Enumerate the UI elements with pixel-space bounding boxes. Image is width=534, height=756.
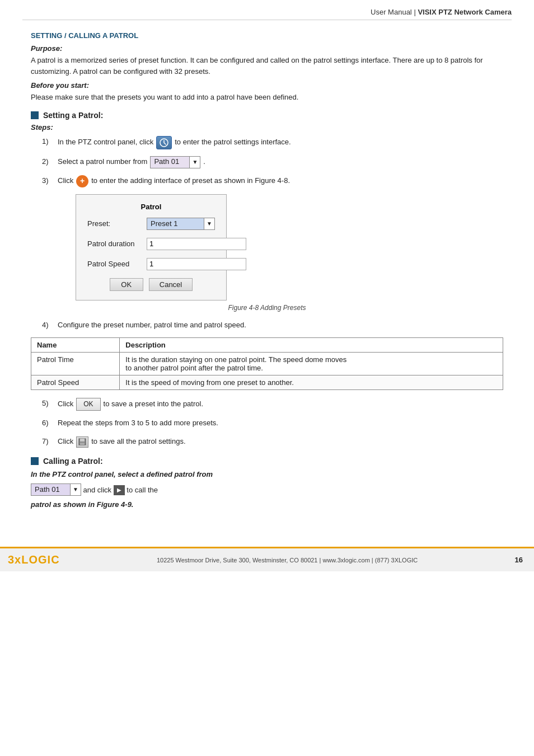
- save-icon[interactable]: [76, 436, 88, 448]
- svg-rect-2: [80, 439, 85, 442]
- step-2: 2) Select a patrol number from Path 01 ▼…: [31, 156, 503, 168]
- add-preset-icon[interactable]: +: [76, 175, 88, 187]
- step-3-text-after: to enter the adding interface of preset …: [91, 175, 290, 187]
- step-4-num: 4): [42, 320, 54, 331]
- duration-input[interactable]: [147, 238, 246, 250]
- footer-address: 10225 Westmoor Drive, Suite 300, Westmin…: [157, 557, 418, 564]
- step-1-num: 1): [42, 136, 54, 148]
- step-1: 1) In the PTZ control panel, click to en…: [31, 136, 503, 149]
- logo-logic: LOGIC: [21, 553, 59, 566]
- play-icon[interactable]: ▶: [114, 485, 125, 495]
- table-cell-patrol-time: Patrol Time: [31, 353, 120, 375]
- svg-rect-3: [80, 443, 85, 445]
- step-5-num: 5): [42, 398, 54, 410]
- step-3-text-before: Click: [58, 175, 73, 187]
- patrol-dialog-title: Patrol: [87, 203, 215, 211]
- step-6-num: 6): [42, 417, 54, 429]
- section-title: SETTING / CALLING A PATROL: [31, 31, 503, 40]
- patrol-dialog: Patrol Preset: Preset 1 ▼ Patrol duratio…: [76, 194, 227, 300]
- calling-text2: patrol as shown in Figure 4-9.: [31, 499, 503, 510]
- blue-square-icon-2: [31, 457, 39, 465]
- step-5-ok-btn[interactable]: OK: [76, 398, 100, 411]
- step-3-content: Click + to enter the adding interface of…: [58, 175, 290, 187]
- before-label: Before you start:: [31, 81, 503, 90]
- step-7-num: 7): [42, 436, 54, 448]
- path-dropdown-arrow-step2: ▼: [190, 157, 200, 168]
- setting-heading-row: Setting a Patrol:: [31, 111, 503, 120]
- calling-heading: Calling a Patrol:: [43, 457, 103, 466]
- steps-label: Steps:: [31, 123, 503, 132]
- speed-label: Patrol Speed: [87, 260, 143, 268]
- page-header: User Manual | VISIX PTZ Network Camera: [0, 0, 534, 20]
- step-4: 4) Configure the preset number, patrol t…: [31, 320, 503, 331]
- patrol-time-desc1: It is the duration staying on one patrol…: [125, 355, 346, 364]
- figure-caption: Figure 4-8 Adding Presets: [31, 304, 503, 312]
- step-2-num: 2): [42, 156, 54, 168]
- calling-heading-row: Calling a Patrol:: [31, 457, 503, 466]
- path-dropdown-arrow-calling: ▼: [71, 484, 81, 495]
- step-7: 7) Click to save all the patrol settings…: [31, 436, 503, 448]
- dialog-ok-btn[interactable]: OK: [110, 278, 143, 291]
- preset-dropdown-label: Preset 1: [147, 218, 204, 229]
- calling-text-end: to call the: [127, 485, 158, 494]
- footer-page: 16: [515, 556, 523, 564]
- dialog-buttons: OK Cancel: [87, 278, 215, 291]
- step-5-text-before: Click: [58, 398, 73, 410]
- preset-dropdown-arrow: ▼: [204, 218, 214, 229]
- blue-square-icon: [31, 111, 39, 119]
- table-cell-patrol-time-desc: It is the duration staying on one patrol…: [120, 353, 503, 375]
- step-1-content: In the PTZ control panel, click to enter…: [58, 136, 291, 149]
- main-content: SETTING / CALLING A PATROL Purpose: A pa…: [0, 26, 534, 524]
- patrol-table: Name Description Patrol Time It is the d…: [31, 337, 503, 390]
- step-3: 3) Click + to enter the adding interface…: [31, 175, 503, 187]
- patrol-time-desc2: to another patrol point after the patrol…: [125, 364, 263, 372]
- step-2-content: Select a patrol number from Path 01 ▼ .: [58, 156, 205, 168]
- step-1-text-after: to enter the patrol settings interface.: [175, 137, 291, 148]
- patrol-settings-icon[interactable]: [156, 136, 172, 149]
- header-product: VISIX PTZ Network Camera: [418, 8, 512, 16]
- path-dropdown-calling[interactable]: Path 01 ▼: [31, 483, 81, 496]
- speed-row: Patrol Speed: [87, 258, 215, 270]
- calling-text-before: In the PTZ control panel, select a defin…: [31, 469, 213, 480]
- step-6: 6) Repeat the steps from 3 to 5 to add m…: [31, 417, 503, 429]
- step-7-content: Click to save all the patrol settings.: [58, 436, 186, 448]
- step-3-num: 3): [42, 175, 54, 187]
- path-dropdown-label-calling: Path 01: [31, 484, 71, 495]
- step-6-content: Repeat the steps from 3 to 5 to add more…: [58, 417, 218, 429]
- page-footer: 3xLOGIC 10225 Westmoor Drive, Suite 300,…: [0, 547, 534, 571]
- figure-italic: Adding Presets: [260, 304, 306, 312]
- footer-logo: 3xLOGIC: [8, 553, 60, 566]
- purpose-text: A patrol is a memorized series of preset…: [31, 55, 503, 77]
- path-dropdown-step2[interactable]: Path 01 ▼: [150, 156, 200, 168]
- calling-text: In the PTZ control panel, select a defin…: [31, 469, 503, 480]
- header-text: User Manual: [371, 8, 412, 16]
- table-cell-patrol-speed-desc: It is the speed of moving from one prese…: [120, 375, 503, 390]
- purpose-label: Purpose:: [31, 44, 503, 53]
- table-header-desc: Description: [120, 338, 503, 353]
- figure-caption-text: Figure 4-8 Adding Presets: [228, 304, 306, 312]
- step-2-text-after: .: [203, 156, 205, 168]
- before-text: Please make sure that the presets you wa…: [31, 92, 503, 103]
- dialog-cancel-btn[interactable]: Cancel: [149, 278, 193, 291]
- table-row: Patrol Speed It is the speed of moving f…: [31, 375, 503, 390]
- table-header-name: Name: [31, 338, 120, 353]
- speed-input[interactable]: [147, 258, 246, 270]
- step-5-text-after: to save a preset into the patrol.: [104, 398, 204, 410]
- preset-row: Preset: Preset 1 ▼: [87, 218, 215, 230]
- preset-label: Preset:: [87, 219, 143, 228]
- path-dropdown-label-step2: Path 01: [151, 157, 190, 168]
- setting-heading: Setting a Patrol:: [43, 111, 103, 120]
- step-4-content: Configure the preset number, patrol time…: [58, 320, 246, 331]
- step-5: 5) Click OK to save a preset into the pa…: [31, 398, 503, 411]
- duration-row: Patrol duration: [87, 238, 215, 250]
- preset-dropdown[interactable]: Preset 1 ▼: [147, 218, 215, 230]
- table-cell-patrol-speed: Patrol Speed: [31, 375, 120, 390]
- step-7-text-after: to save all the patrol settings.: [91, 436, 185, 448]
- step-2-text-before: Select a patrol number from: [58, 156, 147, 168]
- step-5-content: Click OK to save a preset into the patro…: [58, 398, 203, 411]
- calling-text-after: and click: [83, 485, 112, 494]
- logo-3x: 3x: [8, 553, 21, 566]
- step-1-text-before: In the PTZ control panel, click: [58, 137, 153, 148]
- duration-label: Patrol duration: [87, 240, 143, 248]
- step-7-text-before: Click: [58, 436, 73, 448]
